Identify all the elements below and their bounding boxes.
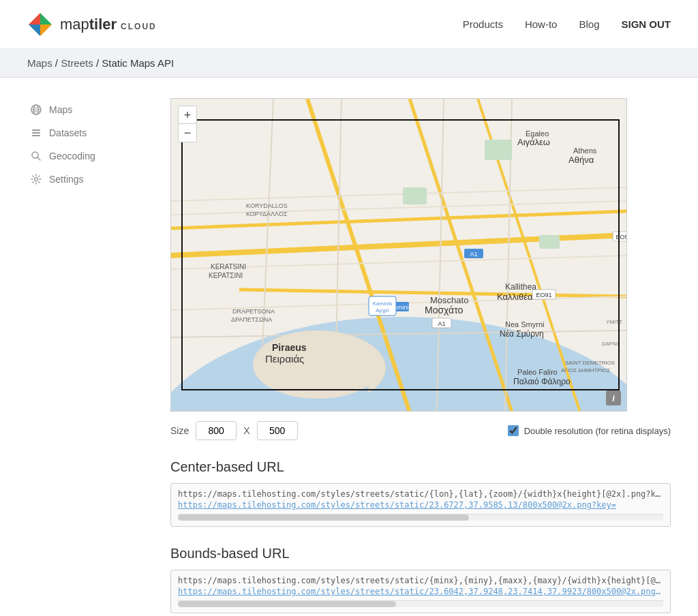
bounds-url-scrollbar-thumb bbox=[178, 601, 396, 607]
svg-text:YMITT.: YMITT. bbox=[606, 319, 623, 325]
sidebar-settings-label: Settings bbox=[49, 174, 84, 185]
sidebar-item-settings[interactable]: Settings bbox=[27, 168, 150, 191]
bounds-url-actual[interactable]: https://maps.tilehosting.com/styles/stre… bbox=[178, 587, 663, 596]
svg-marker-2 bbox=[40, 13, 52, 25]
svg-rect-10 bbox=[32, 129, 40, 131]
retina-label: Double resolution (for retina displays) bbox=[524, 426, 671, 436]
svg-text:ΚΕΡΑΤΣΙΝΙ: ΚΕΡΑΤΣΙΝΙ bbox=[209, 272, 243, 279]
center-url-title: Center-based URL bbox=[170, 459, 671, 475]
breadcrumb: Maps / Streets / Static Maps API bbox=[0, 49, 698, 78]
svg-text:Νέα Σμύρνη: Νέα Σμύρνη bbox=[500, 329, 544, 339]
bounds-url-section: Bounds-based URL https://maps.tilehostin… bbox=[170, 546, 671, 613]
map-container[interactable]: Egaleo Αιγάλεω Athens Αθήνα Athens Αθήνα… bbox=[170, 98, 627, 412]
nav-blog[interactable]: Blog bbox=[579, 18, 599, 30]
bounds-url-scrollbar[interactable] bbox=[178, 600, 663, 607]
svg-text:A1: A1 bbox=[438, 320, 445, 327]
svg-text:Paleo Faliro: Paleo Faliro bbox=[517, 368, 558, 376]
nav-howto[interactable]: How-to bbox=[525, 18, 558, 30]
bounds-url-template: https://maps.tilehosting.com/styles/stre… bbox=[178, 576, 663, 585]
main-content: Maps Datasets Geocoding bbox=[0, 78, 698, 616]
svg-text:Αιγάλεω: Αιγάλεω bbox=[517, 137, 550, 147]
svg-rect-35 bbox=[539, 235, 560, 249]
svg-rect-34 bbox=[403, 187, 427, 204]
sidebar-item-geocoding[interactable]: Geocoding bbox=[27, 144, 150, 168]
svg-text:ΚΟΡΥΔΑΛΛΟΣ: ΚΟΡΥΔΑΛΛΟΣ bbox=[246, 211, 288, 217]
svg-text:Αρχεί: Αρχεί bbox=[376, 307, 389, 313]
svg-text:Kaminis: Kaminis bbox=[373, 301, 392, 307]
svg-text:Παλαιό Φάληρο: Παλαιό Φάληρο bbox=[513, 377, 571, 386]
svg-text:Nea Smyrni: Nea Smyrni bbox=[505, 320, 544, 328]
nav-products[interactable]: Products bbox=[463, 18, 503, 30]
svg-text:ΑΓΙΟΣ ΔΗΜΗΤΡΙΟΣ: ΑΓΙΟΣ ΔΗΜΗΤΡΙΟΣ bbox=[561, 367, 610, 373]
size-separator: X bbox=[243, 425, 249, 436]
bounds-url-box: https://maps.tilehosting.com/styles/stre… bbox=[170, 570, 671, 613]
svg-text:Moschato: Moschato bbox=[430, 295, 468, 305]
gear-icon bbox=[30, 173, 42, 185]
svg-text:Athens: Athens bbox=[573, 147, 597, 155]
svg-text:A1: A1 bbox=[470, 251, 477, 258]
bounds-url-title: Bounds-based URL bbox=[170, 546, 671, 561]
svg-text:SAINT DEMETRIOS: SAINT DEMETRIOS bbox=[565, 360, 615, 366]
main-nav: Products How-to Blog SIGN OUT bbox=[463, 18, 671, 30]
globe-icon bbox=[30, 104, 42, 116]
list-icon bbox=[30, 127, 42, 139]
svg-rect-11 bbox=[32, 132, 40, 134]
center-url-scrollbar-thumb bbox=[178, 514, 469, 521]
logo-icon bbox=[27, 12, 53, 37]
zoom-controls: + − bbox=[178, 106, 197, 142]
zoom-out-button[interactable]: − bbox=[179, 124, 196, 142]
svg-text:Πειραιάς: Πειραιάς bbox=[265, 353, 304, 365]
svg-text:Μοσχάτο: Μοσχάτο bbox=[425, 305, 463, 315]
sidebar-maps-label: Maps bbox=[49, 104, 72, 115]
header: maptiler CLOUD Products How-to Blog SIGN… bbox=[0, 0, 698, 49]
center-url-scrollbar[interactable] bbox=[178, 514, 663, 521]
svg-point-15 bbox=[35, 178, 38, 181]
retina-option: Double resolution (for retina displays) bbox=[508, 425, 671, 436]
nav-signout[interactable]: SIGN OUT bbox=[621, 18, 671, 30]
svg-point-38 bbox=[253, 330, 382, 399]
sidebar-geocoding-label: Geocoding bbox=[49, 151, 95, 161]
center-url-template: https://maps.tilehosting.com/styles/stre… bbox=[178, 489, 663, 499]
svg-rect-12 bbox=[32, 135, 40, 136]
sidebar-item-datasets[interactable]: Datasets bbox=[27, 121, 150, 144]
svg-text:DRAPETSONA: DRAPETSONA bbox=[232, 308, 275, 315]
svg-marker-4 bbox=[40, 25, 52, 36]
svg-line-14 bbox=[37, 157, 40, 160]
center-url-section: Center-based URL https://maps.tilehostin… bbox=[170, 459, 671, 527]
retina-checkbox[interactable] bbox=[508, 425, 519, 436]
svg-marker-3 bbox=[29, 25, 40, 36]
sidebar-datasets-label: Datasets bbox=[49, 127, 87, 138]
zoom-in-button[interactable]: + bbox=[179, 106, 196, 124]
logo-cloud-text: CLOUD bbox=[121, 22, 157, 31]
logo-text: maptiler CLOUD bbox=[60, 16, 157, 33]
svg-rect-33 bbox=[485, 140, 512, 160]
svg-text:ΔΡΑΠΕΤΣΩΝΑ: ΔΡΑΠΕΤΣΩΝΑ bbox=[231, 316, 272, 323]
content-area: Egaleo Αιγάλεω Athens Αθήνα Athens Αθήνα… bbox=[170, 98, 671, 613]
svg-text:EO91: EO91 bbox=[536, 292, 551, 298]
map-info-button[interactable]: i bbox=[606, 390, 621, 405]
svg-text:DAFNI: DAFNI bbox=[602, 341, 618, 347]
svg-text:Αθήνα: Αθήνα bbox=[568, 155, 594, 165]
breadcrumb-streets[interactable]: Streets bbox=[61, 57, 93, 69]
svg-text:KORYDALLOS: KORYDALLOS bbox=[246, 202, 288, 209]
size-controls: Size X Double resolution (for retina dis… bbox=[170, 421, 671, 440]
svg-text:Καλλιθέα: Καλλιθέα bbox=[497, 292, 533, 302]
sidebar: Maps Datasets Geocoding bbox=[27, 98, 150, 613]
logo-area: maptiler CLOUD bbox=[27, 12, 157, 37]
map-visual: Egaleo Αιγάλεω Athens Αθήνα Athens Αθήνα… bbox=[171, 99, 626, 411]
center-url-box: https://maps.tilehosting.com/styles/stre… bbox=[170, 483, 671, 527]
search-icon bbox=[30, 150, 42, 162]
breadcrumb-maps[interactable]: Maps bbox=[27, 57, 52, 69]
center-url-actual[interactable]: https://maps.tilehosting.com/styles/stre… bbox=[178, 500, 663, 510]
width-input[interactable] bbox=[196, 421, 237, 440]
svg-text:Kallithea: Kallithea bbox=[505, 282, 536, 292]
sidebar-item-maps[interactable]: Maps bbox=[27, 98, 150, 121]
svg-text:KERATSINI: KERATSINI bbox=[211, 263, 246, 271]
svg-text:EO56: EO56 bbox=[616, 234, 626, 241]
svg-marker-1 bbox=[29, 13, 40, 25]
svg-text:Piraeus: Piraeus bbox=[272, 342, 307, 353]
height-input[interactable] bbox=[257, 421, 298, 440]
breadcrumb-current: Static Maps API bbox=[102, 57, 174, 69]
size-label: Size bbox=[170, 425, 189, 436]
